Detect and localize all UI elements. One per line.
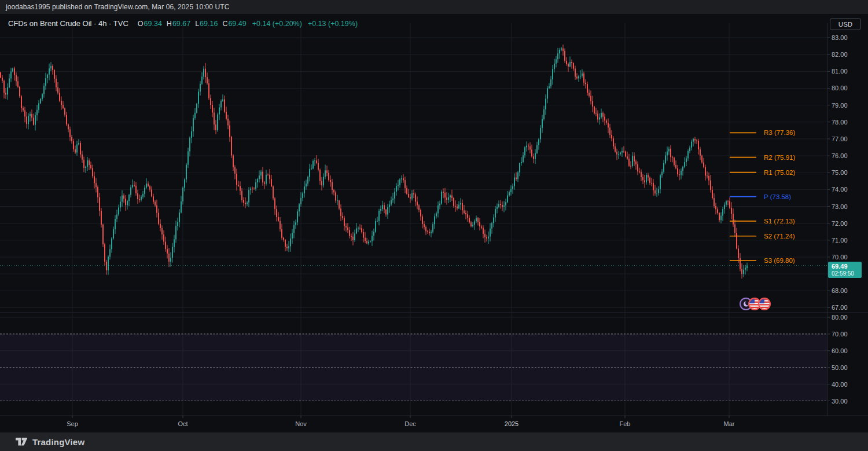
candle-body	[573, 63, 574, 68]
candle-body	[148, 184, 149, 186]
candle-body	[321, 181, 322, 185]
candle-body	[543, 109, 545, 119]
candle-body	[738, 248, 739, 258]
candle-body	[50, 66, 52, 68]
candle-body	[661, 172, 663, 175]
candle-body	[104, 244, 105, 262]
candle-body	[266, 175, 267, 184]
candle-body	[75, 149, 76, 153]
candle-body	[283, 238, 284, 240]
candle-body	[370, 241, 371, 242]
candle-body	[439, 204, 440, 206]
candle-body	[411, 193, 413, 199]
tradingview-brand[interactable]: TradingView	[32, 437, 84, 447]
candle-body	[174, 239, 175, 247]
currency-button[interactable]: USD	[830, 18, 861, 30]
chart-container: R3 (77.36)R2 (75.91)R1 (75.02)P (73.58)S…	[0, 14, 868, 432]
candle-body	[554, 64, 555, 69]
candle-body	[259, 175, 260, 179]
candle-body	[724, 205, 725, 209]
candle-body	[332, 182, 333, 190]
candle-body	[187, 151, 189, 164]
candle-body	[168, 254, 170, 262]
us-flag-event-marker[interactable]	[759, 298, 770, 310]
candle-body	[576, 76, 578, 78]
candle-body	[108, 256, 109, 270]
candle-body	[233, 156, 234, 167]
candle-body	[729, 201, 730, 208]
candle-body	[12, 68, 13, 71]
indicator-tick-label: 30.00	[832, 398, 848, 405]
candle-body	[94, 176, 95, 183]
candle-body	[212, 105, 213, 112]
price-tick-label: 70.00	[832, 254, 848, 261]
candle-body	[575, 69, 576, 77]
ohlc-high-value: 69.67	[172, 20, 190, 28]
candle-body	[203, 69, 204, 77]
candle-body	[743, 270, 744, 274]
candle-body	[368, 242, 369, 244]
candle-body	[222, 100, 223, 101]
candle-body	[457, 207, 458, 208]
candle-body	[288, 246, 289, 248]
candle-body	[446, 197, 447, 200]
candle-body	[529, 146, 531, 150]
candle-body	[130, 187, 131, 195]
candle-body	[260, 172, 262, 176]
candle-body	[609, 127, 610, 134]
candle-body	[427, 232, 428, 232]
candle-body	[205, 69, 206, 77]
candle-body	[36, 110, 38, 115]
candle-body	[594, 107, 595, 113]
candle-body	[540, 128, 541, 139]
candle-body	[375, 221, 376, 232]
ohlc-high-label: H	[167, 20, 172, 28]
candle-body	[352, 237, 354, 240]
ohlc-close-value: 69.49	[228, 20, 246, 28]
candle-body	[201, 76, 203, 83]
candle-body	[354, 233, 355, 240]
candle-body	[151, 190, 152, 197]
candle-body	[394, 192, 395, 199]
candle-body	[637, 164, 638, 172]
indicator-tick-label: 40.00	[832, 381, 848, 388]
candle-body	[163, 234, 164, 242]
candle-body	[380, 209, 381, 211]
candle-body	[42, 94, 43, 99]
candle-body	[363, 232, 364, 238]
symbol-title[interactable]: CFDs on Brent Crude Oil · 4h · TVC	[8, 19, 128, 28]
candle-body	[384, 205, 385, 210]
candle-body	[134, 185, 135, 186]
candle-body	[462, 203, 463, 210]
candle-body	[31, 114, 32, 118]
candle-body	[97, 187, 98, 197]
candle-body	[109, 249, 111, 256]
candle-body	[116, 214, 117, 219]
candle-body	[667, 152, 668, 156]
candle-body	[503, 206, 505, 207]
candle-body	[621, 151, 623, 153]
candlestick-chart[interactable]: R3 (77.36)R2 (75.91)R1 (75.02)P (73.58)S…	[0, 14, 868, 432]
candle-body	[432, 224, 433, 232]
candle-body	[342, 216, 343, 218]
time-axis-label-oct: Oct	[178, 420, 187, 427]
candle-body	[311, 168, 312, 169]
candle-body	[43, 86, 45, 94]
candle-body	[38, 103, 39, 109]
candle-body	[125, 199, 126, 205]
ohlc-low-value: 69.16	[200, 20, 218, 28]
candle-body	[328, 173, 329, 180]
candle-body	[61, 101, 62, 105]
status-bar: joodabas1995 published on TradingView.co…	[0, 0, 868, 14]
candle-body	[606, 120, 607, 123]
candle-body	[722, 209, 723, 215]
candle-body	[616, 152, 617, 155]
candle-body	[580, 76, 581, 76]
candle-body	[293, 225, 295, 233]
candle-body	[281, 229, 282, 238]
candle-body	[653, 183, 654, 190]
candle-body	[500, 204, 501, 205]
candle-body	[424, 224, 425, 227]
tradingview-logo-icon[interactable]	[16, 438, 28, 446]
candle-body	[392, 199, 393, 200]
